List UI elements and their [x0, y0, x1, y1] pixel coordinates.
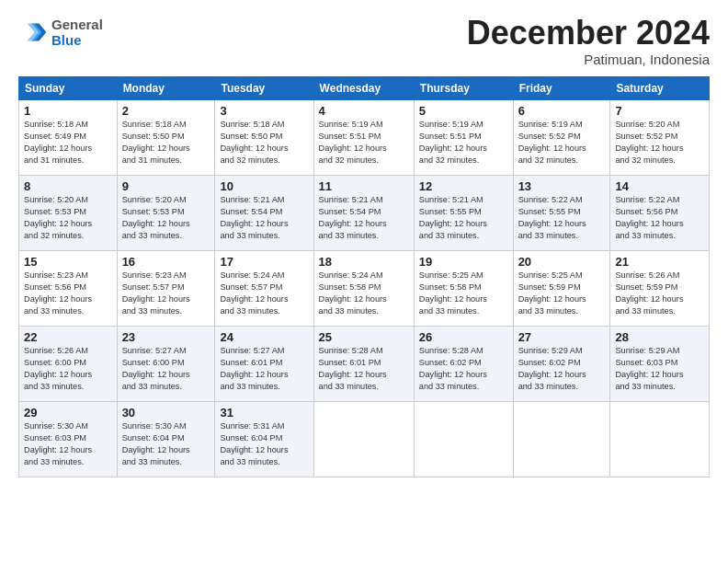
logo-blue: Blue — [51, 32, 103, 48]
table-row: 8 Sunrise: 5:20 AMSunset: 5:53 PMDayligh… — [19, 176, 118, 251]
calendar-row-3: 15 Sunrise: 5:23 AMSunset: 5:56 PMDaylig… — [19, 251, 710, 327]
table-row: 15 Sunrise: 5:23 AMSunset: 5:56 PMDaylig… — [19, 251, 118, 327]
table-row: 7 Sunrise: 5:20 AMSunset: 5:52 PMDayligh… — [610, 100, 710, 176]
table-row: 26 Sunrise: 5:28 AMSunset: 6:02 PMDaylig… — [414, 327, 513, 402]
empty-cell — [414, 402, 513, 477]
location: Patimuan, Indonesia — [467, 52, 710, 67]
empty-cell — [610, 402, 710, 477]
logo-general: General — [51, 17, 103, 32]
calendar-row-2: 8 Sunrise: 5:20 AMSunset: 5:53 PMDayligh… — [19, 176, 710, 251]
table-row: 27 Sunrise: 5:29 AMSunset: 6:02 PMDaylig… — [513, 327, 610, 402]
table-row: 13 Sunrise: 5:22 AMSunset: 5:55 PMDaylig… — [513, 176, 610, 251]
table-row: 31 Sunrise: 5:31 AMSunset: 6:04 PMDaylig… — [215, 402, 313, 477]
table-row: 20 Sunrise: 5:25 AMSunset: 5:59 PMDaylig… — [513, 251, 610, 327]
table-row: 19 Sunrise: 5:25 AMSunset: 5:58 PMDaylig… — [414, 251, 513, 327]
logo: General Blue — [18, 17, 103, 48]
table-row: 5 Sunrise: 5:19 AMSunset: 5:51 PMDayligh… — [414, 100, 513, 176]
table-row: 12 Sunrise: 5:21 AMSunset: 5:55 PMDaylig… — [414, 176, 513, 251]
table-row: 18 Sunrise: 5:24 AMSunset: 5:58 PMDaylig… — [313, 251, 414, 327]
empty-cell — [313, 402, 414, 477]
table-row: 30 Sunrise: 5:30 AMSunset: 6:04 PMDaylig… — [117, 402, 215, 477]
table-row: 28 Sunrise: 5:29 AMSunset: 6:03 PMDaylig… — [610, 327, 710, 402]
table-row: 10 Sunrise: 5:21 AMSunset: 5:54 PMDaylig… — [215, 176, 313, 251]
calendar-row-5: 29 Sunrise: 5:30 AMSunset: 6:03 PMDaylig… — [19, 402, 710, 477]
col-saturday: Saturday — [610, 77, 710, 100]
table-row: 6 Sunrise: 5:19 AMSunset: 5:52 PMDayligh… — [513, 100, 610, 176]
table-row: 11 Sunrise: 5:21 AMSunset: 5:54 PMDaylig… — [313, 176, 414, 251]
table-row: 29 Sunrise: 5:30 AMSunset: 6:03 PMDaylig… — [19, 402, 118, 477]
col-friday: Friday — [513, 77, 610, 100]
month-title: December 2024 — [467, 17, 710, 50]
col-sunday: Sunday — [19, 77, 118, 100]
table-row: 22 Sunrise: 5:26 AMSunset: 6:00 PMDaylig… — [19, 327, 118, 402]
table-row: 4 Sunrise: 5:19 AMSunset: 5:51 PMDayligh… — [313, 100, 414, 176]
table-row: 21 Sunrise: 5:26 AMSunset: 5:59 PMDaylig… — [610, 251, 710, 327]
col-monday: Monday — [117, 77, 215, 100]
page: General Blue December 2024 Patimuan, Ind… — [0, 0, 728, 563]
table-row: 25 Sunrise: 5:28 AMSunset: 6:01 PMDaylig… — [313, 327, 414, 402]
table-row: 3 Sunrise: 5:18 AMSunset: 5:50 PMDayligh… — [215, 100, 313, 176]
calendar-row-4: 22 Sunrise: 5:26 AMSunset: 6:00 PMDaylig… — [19, 327, 710, 402]
logo-icon — [18, 17, 48, 47]
logo-text: General Blue — [51, 17, 103, 48]
table-row: 2 Sunrise: 5:18 AMSunset: 5:50 PMDayligh… — [117, 100, 215, 176]
table-row: 23 Sunrise: 5:27 AMSunset: 6:00 PMDaylig… — [117, 327, 215, 402]
table-row: 14 Sunrise: 5:22 AMSunset: 5:56 PMDaylig… — [610, 176, 710, 251]
table-row: 1 Sunrise: 5:18 AMSunset: 5:49 PMDayligh… — [19, 100, 118, 176]
col-tuesday: Tuesday — [215, 77, 313, 100]
calendar-table: Sunday Monday Tuesday Wednesday Thursday… — [18, 76, 710, 477]
calendar-row-1: 1 Sunrise: 5:18 AMSunset: 5:49 PMDayligh… — [19, 100, 710, 176]
table-row: 24 Sunrise: 5:27 AMSunset: 6:01 PMDaylig… — [215, 327, 313, 402]
title-block: December 2024 Patimuan, Indonesia — [467, 17, 710, 67]
header: General Blue December 2024 Patimuan, Ind… — [18, 17, 710, 67]
empty-cell — [513, 402, 610, 477]
table-row: 17 Sunrise: 5:24 AMSunset: 5:57 PMDaylig… — [215, 251, 313, 327]
table-row: 9 Sunrise: 5:20 AMSunset: 5:53 PMDayligh… — [117, 176, 215, 251]
calendar-header-row: Sunday Monday Tuesday Wednesday Thursday… — [19, 77, 710, 100]
col-thursday: Thursday — [414, 77, 513, 100]
table-row: 16 Sunrise: 5:23 AMSunset: 5:57 PMDaylig… — [117, 251, 215, 327]
col-wednesday: Wednesday — [313, 77, 414, 100]
